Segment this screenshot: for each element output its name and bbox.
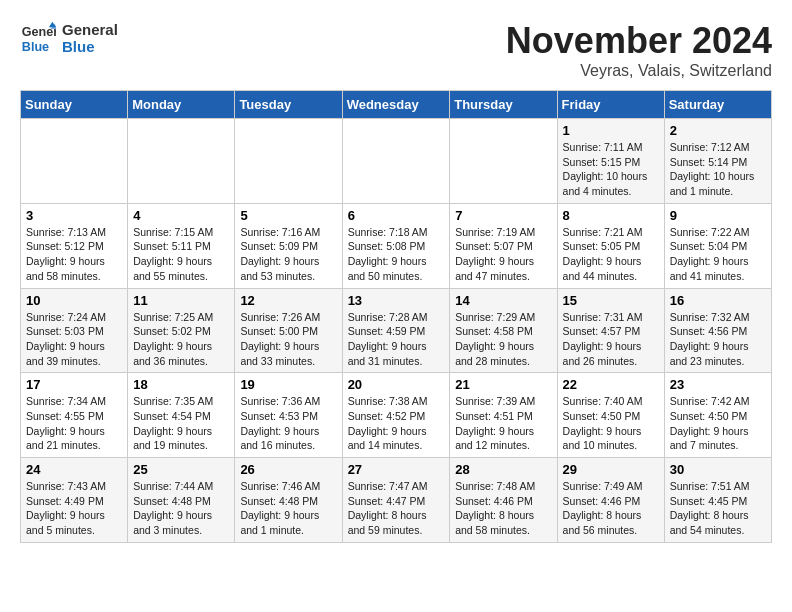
day-number: 15 [563,293,659,308]
day-info: Sunrise: 7:18 AM Sunset: 5:08 PM Dayligh… [348,225,445,284]
calendar-cell: 1Sunrise: 7:11 AM Sunset: 5:15 PM Daylig… [557,119,664,204]
day-number: 17 [26,377,122,392]
calendar-cell: 6Sunrise: 7:18 AM Sunset: 5:08 PM Daylig… [342,203,450,288]
calendar-cell: 26Sunrise: 7:46 AM Sunset: 4:48 PM Dayli… [235,458,342,543]
calendar-week: 1Sunrise: 7:11 AM Sunset: 5:15 PM Daylig… [21,119,772,204]
header: General Blue GeneralBlue November 2024 V… [20,20,772,80]
day-number: 28 [455,462,551,477]
calendar-cell [342,119,450,204]
day-info: Sunrise: 7:42 AM Sunset: 4:50 PM Dayligh… [670,394,766,453]
day-number: 18 [133,377,229,392]
day-info: Sunrise: 7:24 AM Sunset: 5:03 PM Dayligh… [26,310,122,369]
day-number: 27 [348,462,445,477]
day-info: Sunrise: 7:43 AM Sunset: 4:49 PM Dayligh… [26,479,122,538]
calendar-cell: 30Sunrise: 7:51 AM Sunset: 4:45 PM Dayli… [664,458,771,543]
day-info: Sunrise: 7:48 AM Sunset: 4:46 PM Dayligh… [455,479,551,538]
day-number: 3 [26,208,122,223]
weekday-header: Saturday [664,91,771,119]
day-number: 6 [348,208,445,223]
day-info: Sunrise: 7:31 AM Sunset: 4:57 PM Dayligh… [563,310,659,369]
day-info: Sunrise: 7:35 AM Sunset: 4:54 PM Dayligh… [133,394,229,453]
calendar-cell: 12Sunrise: 7:26 AM Sunset: 5:00 PM Dayli… [235,288,342,373]
calendar-cell: 27Sunrise: 7:47 AM Sunset: 4:47 PM Dayli… [342,458,450,543]
day-number: 2 [670,123,766,138]
day-info: Sunrise: 7:26 AM Sunset: 5:00 PM Dayligh… [240,310,336,369]
day-info: Sunrise: 7:51 AM Sunset: 4:45 PM Dayligh… [670,479,766,538]
calendar-cell: 16Sunrise: 7:32 AM Sunset: 4:56 PM Dayli… [664,288,771,373]
day-number: 22 [563,377,659,392]
day-number: 4 [133,208,229,223]
calendar-cell: 2Sunrise: 7:12 AM Sunset: 5:14 PM Daylig… [664,119,771,204]
day-info: Sunrise: 7:46 AM Sunset: 4:48 PM Dayligh… [240,479,336,538]
day-info: Sunrise: 7:36 AM Sunset: 4:53 PM Dayligh… [240,394,336,453]
location: Veyras, Valais, Switzerland [506,62,772,80]
calendar-cell: 10Sunrise: 7:24 AM Sunset: 5:03 PM Dayli… [21,288,128,373]
day-info: Sunrise: 7:13 AM Sunset: 5:12 PM Dayligh… [26,225,122,284]
calendar-cell: 25Sunrise: 7:44 AM Sunset: 4:48 PM Dayli… [128,458,235,543]
day-info: Sunrise: 7:28 AM Sunset: 4:59 PM Dayligh… [348,310,445,369]
day-number: 1 [563,123,659,138]
day-number: 24 [26,462,122,477]
day-number: 9 [670,208,766,223]
calendar-cell: 29Sunrise: 7:49 AM Sunset: 4:46 PM Dayli… [557,458,664,543]
calendar-cell: 28Sunrise: 7:48 AM Sunset: 4:46 PM Dayli… [450,458,557,543]
logo-text: GeneralBlue [62,21,118,55]
day-number: 12 [240,293,336,308]
calendar-week: 24Sunrise: 7:43 AM Sunset: 4:49 PM Dayli… [21,458,772,543]
day-number: 23 [670,377,766,392]
calendar-cell [21,119,128,204]
calendar-cell: 20Sunrise: 7:38 AM Sunset: 4:52 PM Dayli… [342,373,450,458]
calendar-cell: 5Sunrise: 7:16 AM Sunset: 5:09 PM Daylig… [235,203,342,288]
day-number: 13 [348,293,445,308]
title-area: November 2024 Veyras, Valais, Switzerlan… [506,20,772,80]
calendar-cell: 7Sunrise: 7:19 AM Sunset: 5:07 PM Daylig… [450,203,557,288]
day-number: 7 [455,208,551,223]
svg-text:Blue: Blue [22,40,49,54]
calendar-cell: 19Sunrise: 7:36 AM Sunset: 4:53 PM Dayli… [235,373,342,458]
calendar-cell: 4Sunrise: 7:15 AM Sunset: 5:11 PM Daylig… [128,203,235,288]
day-number: 26 [240,462,336,477]
day-info: Sunrise: 7:29 AM Sunset: 4:58 PM Dayligh… [455,310,551,369]
weekday-header: Sunday [21,91,128,119]
calendar-cell: 15Sunrise: 7:31 AM Sunset: 4:57 PM Dayli… [557,288,664,373]
calendar-cell: 24Sunrise: 7:43 AM Sunset: 4:49 PM Dayli… [21,458,128,543]
calendar-cell: 13Sunrise: 7:28 AM Sunset: 4:59 PM Dayli… [342,288,450,373]
weekday-row: SundayMondayTuesdayWednesdayThursdayFrid… [21,91,772,119]
day-number: 8 [563,208,659,223]
weekday-header: Monday [128,91,235,119]
day-info: Sunrise: 7:40 AM Sunset: 4:50 PM Dayligh… [563,394,659,453]
calendar-cell: 11Sunrise: 7:25 AM Sunset: 5:02 PM Dayli… [128,288,235,373]
day-info: Sunrise: 7:44 AM Sunset: 4:48 PM Dayligh… [133,479,229,538]
month-title: November 2024 [506,20,772,62]
calendar-table: SundayMondayTuesdayWednesdayThursdayFrid… [20,90,772,543]
day-info: Sunrise: 7:47 AM Sunset: 4:47 PM Dayligh… [348,479,445,538]
weekday-header: Friday [557,91,664,119]
calendar-cell: 21Sunrise: 7:39 AM Sunset: 4:51 PM Dayli… [450,373,557,458]
calendar-cell [235,119,342,204]
day-info: Sunrise: 7:38 AM Sunset: 4:52 PM Dayligh… [348,394,445,453]
calendar-body: 1Sunrise: 7:11 AM Sunset: 5:15 PM Daylig… [21,119,772,543]
calendar-cell: 14Sunrise: 7:29 AM Sunset: 4:58 PM Dayli… [450,288,557,373]
day-info: Sunrise: 7:32 AM Sunset: 4:56 PM Dayligh… [670,310,766,369]
calendar-week: 17Sunrise: 7:34 AM Sunset: 4:55 PM Dayli… [21,373,772,458]
day-info: Sunrise: 7:25 AM Sunset: 5:02 PM Dayligh… [133,310,229,369]
day-info: Sunrise: 7:22 AM Sunset: 5:04 PM Dayligh… [670,225,766,284]
logo-icon: General Blue [20,20,56,56]
calendar-cell: 18Sunrise: 7:35 AM Sunset: 4:54 PM Dayli… [128,373,235,458]
calendar-cell: 8Sunrise: 7:21 AM Sunset: 5:05 PM Daylig… [557,203,664,288]
day-info: Sunrise: 7:39 AM Sunset: 4:51 PM Dayligh… [455,394,551,453]
day-number: 21 [455,377,551,392]
day-number: 19 [240,377,336,392]
day-info: Sunrise: 7:16 AM Sunset: 5:09 PM Dayligh… [240,225,336,284]
day-number: 10 [26,293,122,308]
calendar-cell: 9Sunrise: 7:22 AM Sunset: 5:04 PM Daylig… [664,203,771,288]
day-info: Sunrise: 7:49 AM Sunset: 4:46 PM Dayligh… [563,479,659,538]
day-number: 30 [670,462,766,477]
calendar-cell [128,119,235,204]
calendar-cell: 23Sunrise: 7:42 AM Sunset: 4:50 PM Dayli… [664,373,771,458]
svg-text:General: General [22,25,56,39]
calendar-header: SundayMondayTuesdayWednesdayThursdayFrid… [21,91,772,119]
day-number: 14 [455,293,551,308]
day-info: Sunrise: 7:15 AM Sunset: 5:11 PM Dayligh… [133,225,229,284]
calendar-week: 3Sunrise: 7:13 AM Sunset: 5:12 PM Daylig… [21,203,772,288]
